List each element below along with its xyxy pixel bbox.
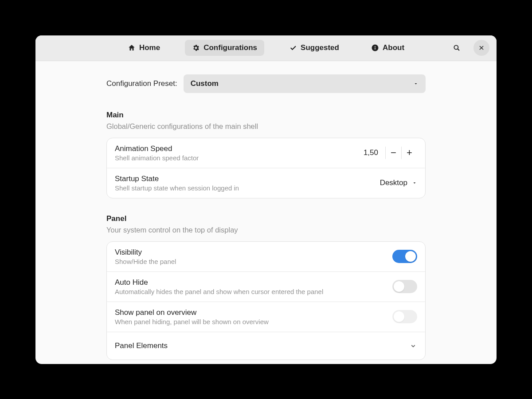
- info-icon: [371, 44, 379, 52]
- row-startup-state: Startup State Shell startup state when s…: [107, 168, 425, 198]
- section-title-panel: Panel: [106, 214, 426, 223]
- row-title: Show panel on overview: [115, 308, 269, 317]
- svg-rect-2: [375, 47, 376, 50]
- row-left: Show panel on overview When panel hiding…: [115, 308, 269, 325]
- row-title: Animation Speed: [115, 144, 199, 153]
- row-left: Animation Speed Shell animation speed fa…: [115, 144, 199, 162]
- tab-label: Configurations: [203, 43, 257, 52]
- preset-select[interactable]: Custom: [184, 74, 426, 93]
- row-show-on-overview: Show panel on overview When panel hiding…: [107, 302, 425, 332]
- row-visibility: Visibility Show/Hide the panel: [107, 242, 425, 272]
- visibility-toggle[interactable]: [392, 250, 417, 263]
- toggle-knob: [405, 251, 416, 262]
- header-bar: Home Configurations Suggested About: [35, 35, 497, 61]
- check-icon: [289, 44, 297, 52]
- row-desc: Shell animation speed factor: [115, 154, 199, 162]
- tab-home[interactable]: Home: [121, 40, 167, 56]
- tab-label: About: [383, 43, 404, 52]
- search-button[interactable]: [449, 40, 465, 56]
- plus-icon: +: [407, 147, 412, 159]
- preset-label: Configuration Preset:: [106, 79, 177, 88]
- tab-label: Suggested: [301, 43, 339, 52]
- auto-hide-toggle[interactable]: [392, 280, 417, 293]
- svg-point-3: [454, 45, 458, 49]
- row-desc: Automatically hides the panel and show w…: [115, 288, 323, 295]
- row-title: Panel Elements: [115, 341, 168, 350]
- view-switcher: Home Configurations Suggested About: [121, 40, 411, 56]
- chevron-down-icon: [412, 180, 417, 186]
- close-icon: [478, 45, 485, 51]
- section-desc-main: Global/Generic configurations of the mai…: [106, 122, 426, 131]
- row-desc: Show/Hide the panel: [115, 258, 176, 265]
- tab-configurations[interactable]: Configurations: [185, 40, 264, 56]
- toggle-knob: [394, 311, 404, 322]
- gear-icon: [192, 44, 200, 52]
- stepper-decrement[interactable]: −: [385, 147, 401, 159]
- startup-state-select[interactable]: Desktop: [380, 178, 417, 187]
- content-scroll[interactable]: Configuration Preset: Custom Main Global…: [35, 61, 497, 364]
- stepper: 1,50 − +: [364, 147, 417, 159]
- home-icon: [128, 44, 136, 52]
- row-panel-elements[interactable]: Panel Elements: [107, 332, 425, 360]
- content-container: Configuration Preset: Custom Main Global…: [106, 74, 426, 360]
- chevron-down-icon: [409, 342, 417, 350]
- row-title: Startup State: [115, 174, 239, 183]
- app-window: Home Configurations Suggested About: [35, 35, 497, 364]
- row-left: Startup State Shell startup state when s…: [115, 174, 239, 192]
- svg-point-1: [375, 46, 376, 47]
- preset-row: Configuration Preset: Custom: [106, 74, 426, 93]
- row-animation-speed: Animation Speed Shell animation speed fa…: [107, 138, 425, 168]
- preset-value: Custom: [191, 79, 219, 88]
- chevron-down-icon: [413, 81, 419, 86]
- row-left: Auto Hide Automatically hides the panel …: [115, 278, 323, 295]
- select-value: Desktop: [380, 178, 407, 187]
- show-on-overview-toggle[interactable]: [392, 310, 417, 323]
- stepper-increment[interactable]: +: [401, 147, 417, 159]
- stepper-value: 1,50: [364, 148, 385, 157]
- toggle-knob: [394, 281, 404, 292]
- quantity-stepper: 1,50 − +: [364, 147, 417, 159]
- row-title: Visibility: [115, 248, 176, 257]
- search-icon: [453, 44, 461, 52]
- header-actions: [449, 40, 489, 56]
- svg-line-4: [458, 49, 459, 50]
- tab-about[interactable]: About: [364, 40, 411, 56]
- card-main: Animation Speed Shell animation speed fa…: [106, 138, 426, 198]
- tab-label: Home: [139, 43, 160, 52]
- row-desc: Shell startup state when session logged …: [115, 184, 239, 192]
- close-button[interactable]: [473, 40, 489, 56]
- tab-suggested[interactable]: Suggested: [282, 40, 346, 56]
- section-desc-panel: Your system control on the top of displa…: [106, 226, 426, 234]
- minus-icon: −: [391, 147, 396, 159]
- row-title: Auto Hide: [115, 278, 323, 287]
- card-panel: Visibility Show/Hide the panel Auto Hide…: [106, 241, 426, 360]
- row-desc: When panel hiding, panel will be shown o…: [115, 318, 269, 325]
- section-title-main: Main: [106, 111, 426, 120]
- row-left: Visibility Show/Hide the panel: [115, 248, 176, 265]
- row-auto-hide: Auto Hide Automatically hides the panel …: [107, 272, 425, 302]
